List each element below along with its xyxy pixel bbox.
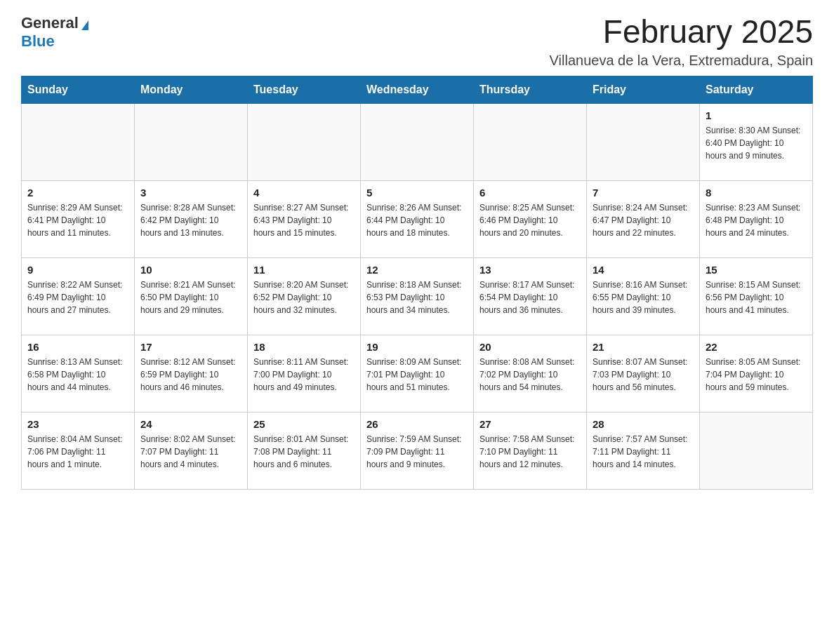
calendar-cell: 16Sunrise: 8:13 AM Sunset: 6:58 PM Dayli… bbox=[22, 335, 135, 412]
day-number: 17 bbox=[140, 341, 241, 353]
calendar-week-2: 2Sunrise: 8:29 AM Sunset: 6:41 PM Daylig… bbox=[22, 180, 813, 257]
header-day-sunday: Sunday bbox=[22, 76, 135, 103]
calendar-cell: 21Sunrise: 8:07 AM Sunset: 7:03 PM Dayli… bbox=[587, 335, 700, 412]
header-day-wednesday: Wednesday bbox=[361, 76, 474, 103]
calendar-week-1: 1Sunrise: 8:30 AM Sunset: 6:40 PM Daylig… bbox=[22, 103, 813, 180]
logo-triangle-icon bbox=[81, 20, 88, 30]
day-number: 25 bbox=[253, 418, 355, 430]
title-block: February 2025 Villanueva de la Vera, Ext… bbox=[550, 14, 813, 69]
day-number: 7 bbox=[593, 187, 694, 199]
day-number: 18 bbox=[253, 341, 355, 353]
calendar-cell bbox=[474, 103, 587, 180]
day-info: Sunrise: 8:02 AM Sunset: 7:07 PM Dayligh… bbox=[140, 433, 241, 471]
calendar-cell: 20Sunrise: 8:08 AM Sunset: 7:02 PM Dayli… bbox=[474, 335, 587, 412]
header-day-monday: Monday bbox=[135, 76, 248, 103]
day-info: Sunrise: 8:01 AM Sunset: 7:08 PM Dayligh… bbox=[253, 433, 355, 471]
day-info: Sunrise: 7:59 AM Sunset: 7:09 PM Dayligh… bbox=[366, 433, 468, 471]
day-number: 27 bbox=[479, 418, 581, 430]
calendar-cell bbox=[22, 103, 135, 180]
day-info: Sunrise: 8:12 AM Sunset: 6:59 PM Dayligh… bbox=[140, 356, 241, 394]
calendar-cell: 23Sunrise: 8:04 AM Sunset: 7:06 PM Dayli… bbox=[22, 412, 135, 489]
header-day-thursday: Thursday bbox=[474, 76, 587, 103]
day-info: Sunrise: 8:07 AM Sunset: 7:03 PM Dayligh… bbox=[593, 356, 694, 394]
day-number: 22 bbox=[706, 341, 807, 353]
day-number: 28 bbox=[593, 418, 694, 430]
calendar-cell: 18Sunrise: 8:11 AM Sunset: 7:00 PM Dayli… bbox=[248, 335, 361, 412]
day-number: 24 bbox=[140, 418, 241, 430]
calendar-cell: 5Sunrise: 8:26 AM Sunset: 6:44 PM Daylig… bbox=[361, 180, 474, 257]
calendar-cell: 4Sunrise: 8:27 AM Sunset: 6:43 PM Daylig… bbox=[248, 180, 361, 257]
day-number: 3 bbox=[140, 187, 241, 199]
day-number: 11 bbox=[253, 264, 355, 276]
day-number: 20 bbox=[479, 341, 581, 353]
calendar-cell: 14Sunrise: 8:16 AM Sunset: 6:55 PM Dayli… bbox=[587, 257, 700, 335]
calendar-cell: 2Sunrise: 8:29 AM Sunset: 6:41 PM Daylig… bbox=[22, 180, 135, 257]
calendar-cell: 13Sunrise: 8:17 AM Sunset: 6:54 PM Dayli… bbox=[474, 257, 587, 335]
location-text: Villanueva de la Vera, Extremadura, Spai… bbox=[550, 53, 813, 69]
logo-line2: Blue bbox=[21, 32, 55, 51]
calendar-week-3: 9Sunrise: 8:22 AM Sunset: 6:49 PM Daylig… bbox=[22, 257, 813, 335]
calendar-cell: 17Sunrise: 8:12 AM Sunset: 6:59 PM Dayli… bbox=[135, 335, 248, 412]
day-info: Sunrise: 8:27 AM Sunset: 6:43 PM Dayligh… bbox=[253, 201, 355, 239]
day-info: Sunrise: 7:57 AM Sunset: 7:11 PM Dayligh… bbox=[593, 433, 694, 471]
day-info: Sunrise: 8:18 AM Sunset: 6:53 PM Dayligh… bbox=[366, 279, 468, 316]
day-number: 13 bbox=[479, 264, 581, 276]
day-info: Sunrise: 8:25 AM Sunset: 6:46 PM Dayligh… bbox=[479, 201, 581, 239]
day-info: Sunrise: 8:13 AM Sunset: 6:58 PM Dayligh… bbox=[27, 356, 128, 394]
calendar-cell: 11Sunrise: 8:20 AM Sunset: 6:52 PM Dayli… bbox=[248, 257, 361, 335]
calendar-cell: 26Sunrise: 7:59 AM Sunset: 7:09 PM Dayli… bbox=[361, 412, 474, 489]
calendar-cell: 10Sunrise: 8:21 AM Sunset: 6:50 PM Dayli… bbox=[135, 257, 248, 335]
day-number: 1 bbox=[706, 109, 807, 121]
day-info: Sunrise: 8:08 AM Sunset: 7:02 PM Dayligh… bbox=[479, 356, 581, 394]
calendar-cell bbox=[135, 103, 248, 180]
day-number: 14 bbox=[593, 264, 694, 276]
calendar-cell: 8Sunrise: 8:23 AM Sunset: 6:48 PM Daylig… bbox=[700, 180, 813, 257]
day-number: 10 bbox=[140, 264, 241, 276]
calendar-cell bbox=[700, 412, 813, 489]
header-row: SundayMondayTuesdayWednesdayThursdayFrid… bbox=[22, 76, 813, 103]
calendar-week-4: 16Sunrise: 8:13 AM Sunset: 6:58 PM Dayli… bbox=[22, 335, 813, 412]
header-day-saturday: Saturday bbox=[700, 76, 813, 103]
day-info: Sunrise: 8:26 AM Sunset: 6:44 PM Dayligh… bbox=[366, 201, 468, 239]
day-info: Sunrise: 8:21 AM Sunset: 6:50 PM Dayligh… bbox=[140, 279, 241, 316]
day-info: Sunrise: 8:24 AM Sunset: 6:47 PM Dayligh… bbox=[593, 201, 694, 239]
calendar-cell: 24Sunrise: 8:02 AM Sunset: 7:07 PM Dayli… bbox=[135, 412, 248, 489]
calendar-table: SundayMondayTuesdayWednesdayThursdayFrid… bbox=[21, 76, 813, 490]
header-day-friday: Friday bbox=[587, 76, 700, 103]
day-info: Sunrise: 8:05 AM Sunset: 7:04 PM Dayligh… bbox=[706, 356, 807, 394]
day-number: 21 bbox=[593, 341, 694, 353]
logo-line1: General bbox=[21, 14, 88, 32]
logo-blue-text: Blue bbox=[21, 32, 55, 50]
day-info: Sunrise: 8:28 AM Sunset: 6:42 PM Dayligh… bbox=[140, 201, 241, 239]
calendar-week-5: 23Sunrise: 8:04 AM Sunset: 7:06 PM Dayli… bbox=[22, 412, 813, 489]
day-number: 19 bbox=[366, 341, 468, 353]
calendar-cell: 15Sunrise: 8:15 AM Sunset: 6:56 PM Dayli… bbox=[700, 257, 813, 335]
day-info: Sunrise: 8:17 AM Sunset: 6:54 PM Dayligh… bbox=[479, 279, 581, 316]
day-number: 9 bbox=[27, 264, 128, 276]
calendar-cell: 22Sunrise: 8:05 AM Sunset: 7:04 PM Dayli… bbox=[700, 335, 813, 412]
day-number: 8 bbox=[706, 187, 807, 199]
calendar-cell: 3Sunrise: 8:28 AM Sunset: 6:42 PM Daylig… bbox=[135, 180, 248, 257]
logo-general-text: General bbox=[21, 14, 79, 32]
calendar-cell bbox=[587, 103, 700, 180]
calendar-cell: 12Sunrise: 8:18 AM Sunset: 6:53 PM Dayli… bbox=[361, 257, 474, 335]
day-number: 5 bbox=[366, 187, 468, 199]
day-info: Sunrise: 8:22 AM Sunset: 6:49 PM Dayligh… bbox=[27, 279, 128, 316]
day-info: Sunrise: 8:30 AM Sunset: 6:40 PM Dayligh… bbox=[706, 124, 807, 162]
calendar-cell: 25Sunrise: 8:01 AM Sunset: 7:08 PM Dayli… bbox=[248, 412, 361, 489]
calendar-cell bbox=[248, 103, 361, 180]
day-info: Sunrise: 8:29 AM Sunset: 6:41 PM Dayligh… bbox=[27, 201, 128, 239]
day-info: Sunrise: 8:15 AM Sunset: 6:56 PM Dayligh… bbox=[706, 279, 807, 316]
calendar-cell: 7Sunrise: 8:24 AM Sunset: 6:47 PM Daylig… bbox=[587, 180, 700, 257]
calendar-cell: 6Sunrise: 8:25 AM Sunset: 6:46 PM Daylig… bbox=[474, 180, 587, 257]
month-title: February 2025 bbox=[550, 14, 813, 50]
calendar-cell: 19Sunrise: 8:09 AM Sunset: 7:01 PM Dayli… bbox=[361, 335, 474, 412]
day-info: Sunrise: 8:11 AM Sunset: 7:00 PM Dayligh… bbox=[253, 356, 355, 394]
calendar-cell: 28Sunrise: 7:57 AM Sunset: 7:11 PM Dayli… bbox=[587, 412, 700, 489]
day-info: Sunrise: 8:23 AM Sunset: 6:48 PM Dayligh… bbox=[706, 201, 807, 239]
day-number: 16 bbox=[27, 341, 128, 353]
day-number: 23 bbox=[27, 418, 128, 430]
day-number: 26 bbox=[366, 418, 468, 430]
day-number: 4 bbox=[253, 187, 355, 199]
header-day-tuesday: Tuesday bbox=[248, 76, 361, 103]
